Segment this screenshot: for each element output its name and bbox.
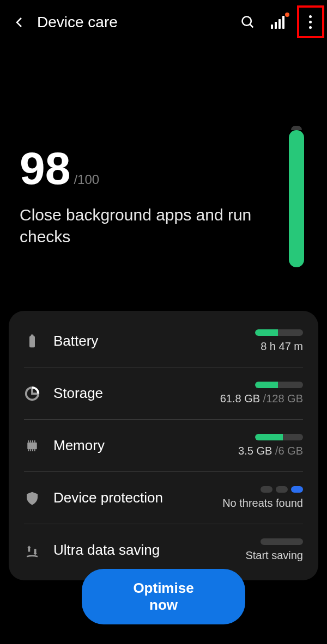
storage-progress xyxy=(255,382,278,388)
back-icon[interactable] xyxy=(13,16,26,29)
svg-rect-5 xyxy=(28,449,29,451)
score-section: 98 /100 Close background apps and run ch… xyxy=(0,44,327,289)
signal-icon[interactable] xyxy=(271,16,286,29)
memory-icon xyxy=(24,438,40,454)
score-text: 98 /100 Close background apps and run ch… xyxy=(20,145,278,248)
battery-row[interactable]: Battery 8 h 47 m xyxy=(24,315,303,367)
svg-rect-4 xyxy=(27,442,37,449)
svg-rect-8 xyxy=(34,449,35,451)
svg-rect-12 xyxy=(34,440,35,443)
svg-rect-6 xyxy=(30,449,31,451)
protection-row[interactable]: Device protection No threats found xyxy=(24,472,303,524)
ultradata-indicator xyxy=(261,538,303,545)
memory-total: /6 GB xyxy=(275,445,303,457)
battery-time: 8 h 47 m xyxy=(261,340,303,353)
protection-indicator xyxy=(261,486,303,493)
score-value: 98 xyxy=(20,145,70,191)
battery-progress xyxy=(255,329,278,336)
memory-label: Memory xyxy=(53,437,225,454)
svg-rect-11 xyxy=(32,440,33,443)
svg-rect-2 xyxy=(29,336,35,347)
protection-status: No threats found xyxy=(222,497,303,510)
score-max: /100 xyxy=(74,172,99,187)
svg-rect-9 xyxy=(28,440,29,443)
storage-icon xyxy=(24,385,40,402)
score-tip: Close background apps and run checks xyxy=(20,204,278,248)
ultradata-value: Start saving xyxy=(245,538,303,562)
search-icon[interactable] xyxy=(240,15,256,30)
annotation-highlight xyxy=(297,5,324,38)
ultradata-row[interactable]: Ultra data saving Start saving xyxy=(24,524,303,576)
data-saving-icon xyxy=(24,542,40,559)
page-title: Device care xyxy=(37,14,229,31)
notification-dot xyxy=(285,13,289,17)
header-actions xyxy=(240,11,314,33)
storage-used: 61.8 GB xyxy=(220,392,263,404)
storage-value: 61.8 GB /128 GB xyxy=(220,382,303,405)
memory-row[interactable]: Memory 3.5 GB /6 GB xyxy=(24,420,303,472)
svg-line-1 xyxy=(250,24,253,27)
score-bar xyxy=(289,126,304,267)
ultradata-label: Ultra data saving xyxy=(53,542,232,559)
battery-icon xyxy=(24,333,40,349)
svg-rect-10 xyxy=(30,440,31,443)
battery-label: Battery xyxy=(53,333,242,349)
storage-row[interactable]: Storage 61.8 GB /128 GB xyxy=(24,367,303,420)
svg-point-0 xyxy=(243,16,251,25)
more-menu-button[interactable] xyxy=(301,11,319,33)
ultradata-status: Start saving xyxy=(245,549,303,562)
protection-label: Device protection xyxy=(53,489,209,506)
storage-total: /128 GB xyxy=(263,392,303,404)
header: Device care xyxy=(0,0,327,44)
device-stats-card: Battery 8 h 47 m Storage 61.8 GB /128 GB… xyxy=(9,311,318,580)
battery-value: 8 h 47 m xyxy=(255,329,303,353)
protection-value: No threats found xyxy=(222,486,303,510)
storage-label: Storage xyxy=(53,385,207,402)
shield-icon xyxy=(24,490,40,506)
memory-progress xyxy=(255,434,283,440)
optimize-button[interactable]: Optimise now xyxy=(82,569,245,624)
memory-value: 3.5 GB /6 GB xyxy=(238,434,303,457)
svg-rect-3 xyxy=(31,334,34,336)
memory-used: 3.5 GB xyxy=(238,445,275,457)
svg-rect-7 xyxy=(32,449,33,451)
